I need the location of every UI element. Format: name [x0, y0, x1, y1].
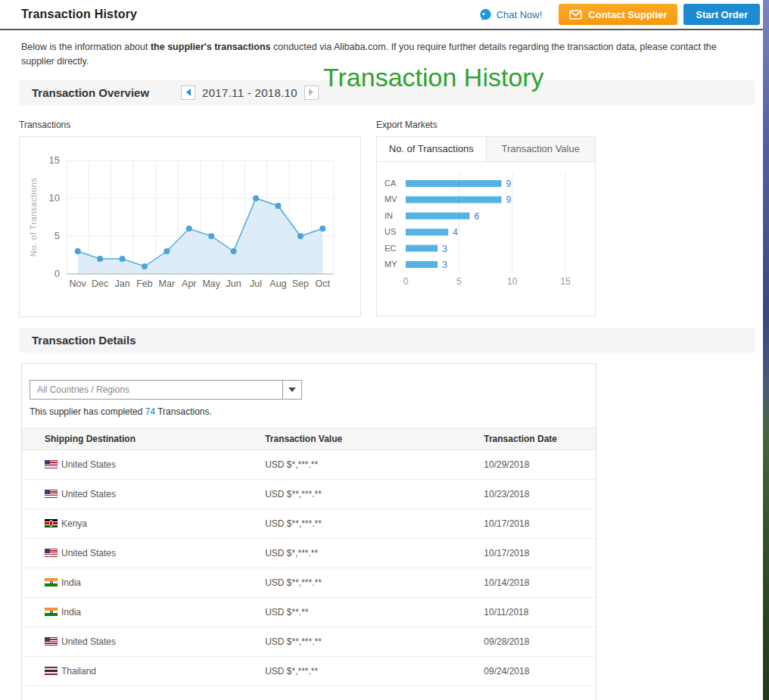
svg-text:Aug: Aug: [269, 278, 286, 289]
country-name: United States: [61, 459, 116, 470]
bar-value-label: 3: [442, 243, 447, 254]
transaction-details-panel: All Countries / Regions This supplier ha…: [21, 363, 596, 700]
start-order-button[interactable]: Start Order: [683, 4, 760, 25]
us-flag-icon: [45, 637, 58, 646]
svg-text:10: 10: [49, 192, 60, 204]
svg-text:Jun: Jun: [226, 278, 241, 289]
prev-period-button[interactable]: [181, 86, 195, 100]
transaction-history-page: Transaction History Chat Now!: [0, 0, 763, 700]
svg-text:Jan: Jan: [114, 278, 129, 289]
left-arrow-icon: [186, 89, 191, 96]
ke-flag-icon: [45, 519, 58, 527]
tab-transaction-value[interactable]: Transaction Value: [487, 137, 596, 161]
envelope-icon: [569, 10, 582, 20]
filter-area: All Countries / Regions This supplier ha…: [22, 364, 596, 417]
tab-no-of-transactions[interactable]: No. of Transactions: [377, 137, 487, 161]
transaction-row: United StatesUSD $*,***.**10/29/2018: [22, 450, 596, 479]
us-flag-icon: [45, 549, 58, 557]
country-name: Kenya: [61, 518, 87, 529]
intro-text: Below is the information about the suppl…: [21, 40, 729, 70]
svg-text:Oct: Oct: [316, 278, 331, 289]
country-name: Thailand: [61, 666, 96, 677]
transaction-date-cell: 10/11/2018: [484, 597, 596, 627]
svg-text:Dec: Dec: [92, 278, 108, 289]
shipping-destination-cell: United States: [22, 450, 265, 479]
chat-now-link[interactable]: Chat Now!: [479, 8, 543, 21]
data-point: [319, 226, 325, 232]
shipping-destination-cell: United States: [22, 627, 265, 656]
background-photo-strip: [762, 0, 769, 700]
transaction-row: ThailandUSD $*,***.**09/24/2018: [22, 656, 596, 686]
bar: [406, 261, 437, 268]
bar: [406, 213, 469, 219]
transaction-overview-title: Transaction Overview: [32, 86, 149, 99]
contact-supplier-button[interactable]: Contact Supplier: [559, 4, 677, 25]
shipping-destination-cell: Kenya: [22, 509, 265, 538]
svg-text:US: US: [384, 227, 396, 236]
transactions-count: 74: [145, 406, 155, 417]
chat-bubble-icon: [479, 8, 492, 21]
country-name: United States: [61, 636, 116, 647]
data-point: [75, 248, 81, 254]
transaction-value-cell: USD $*,***.**: [265, 538, 484, 568]
data-point: [208, 233, 214, 239]
transaction-details-title: Transaction Details: [32, 334, 136, 347]
caret-down-icon: [288, 387, 296, 396]
transaction-value-cell: USD $*,***.**: [265, 450, 484, 479]
svg-text:Nov: Nov: [70, 278, 87, 289]
country-filter-dropdown[interactable]: All Countries / Regions: [30, 380, 302, 400]
table-header-row: Shipping Destination Transaction Value T…: [22, 428, 596, 450]
transaction-date-cell: 09/24/2018: [484, 656, 596, 686]
bar-value-label: 4: [453, 227, 458, 238]
country-name: United States: [61, 548, 116, 558]
in-flag-icon: [45, 608, 58, 616]
data-point: [231, 248, 237, 254]
export-markets-tabs: No. of Transactions Transaction Value: [377, 137, 595, 162]
page-title: Transaction History: [21, 8, 137, 21]
transaction-row: KenyaUSD $**,***.**10/17/2018: [22, 509, 596, 538]
svg-text:0: 0: [403, 276, 409, 287]
page-header: Transaction History Chat Now!: [0, 0, 763, 30]
svg-text:MV: MV: [384, 194, 397, 204]
export-markets-column: Export Markets No. of Transactions Trans…: [376, 120, 596, 317]
us-flag-icon: [45, 460, 58, 468]
svg-text:EC: EC: [384, 243, 396, 252]
transaction-overview-header: Transaction Overview 2017.11 - 2018.10: [19, 80, 755, 105]
line-chart-svg: 051015NovDecJanFebMarAprMayJunJulAugSepO…: [20, 137, 360, 316]
country-name: United States: [61, 489, 116, 499]
contact-supplier-label: Contact Supplier: [588, 9, 667, 20]
data-point: [253, 195, 259, 201]
transaction-value-cell: USD $*,***.**: [265, 656, 484, 686]
svg-text:Apr: Apr: [182, 278, 196, 289]
shipping-destination-cell: United States: [22, 479, 265, 509]
data-point: [186, 226, 192, 232]
svg-text:Mar: Mar: [159, 278, 176, 289]
transaction-row: United StatesUSD $*,***.**10/17/2018: [22, 538, 596, 568]
transaction-row: United StatesUSD $**,***.**09/28/2018: [22, 627, 596, 656]
bar: [406, 196, 502, 203]
bar-value-label: 3: [442, 260, 447, 270]
data-point: [297, 233, 304, 239]
data-point: [142, 263, 148, 269]
col-shipping-destination: Shipping Destination: [22, 428, 265, 450]
transactions-summary: This supplier has completed 74 Transacti…: [30, 406, 596, 417]
bar: [406, 229, 448, 235]
svg-text:Sep: Sep: [292, 278, 309, 289]
transaction-value-cell: USD $**,***.**: [265, 568, 484, 597]
chat-now-label: Chat Now!: [497, 9, 543, 20]
transaction-row: IndiaUSD $**.**10/11/2018: [22, 597, 596, 627]
svg-text:5: 5: [456, 276, 462, 287]
transactions-chart-column: Transactions 051015NovDecJanFebMarAprMay…: [19, 120, 361, 317]
export-markets-panel: No. of Transactions Transaction Value CA…: [376, 136, 596, 316]
dropdown-arrow-button[interactable]: [282, 381, 301, 399]
us-flag-icon: [45, 490, 58, 498]
svg-text:Feb: Feb: [136, 278, 153, 289]
shipping-destination-cell: Thailand: [22, 656, 265, 686]
date-range-label: 2017.11 - 2018.10: [202, 86, 297, 99]
bar-value-label: 9: [506, 194, 512, 205]
y-axis-title: No. of Transactions: [29, 178, 38, 257]
svg-text:May: May: [202, 278, 220, 289]
data-point: [275, 203, 281, 209]
svg-text:Jul: Jul: [250, 278, 262, 289]
next-period-button[interactable]: [304, 86, 319, 100]
